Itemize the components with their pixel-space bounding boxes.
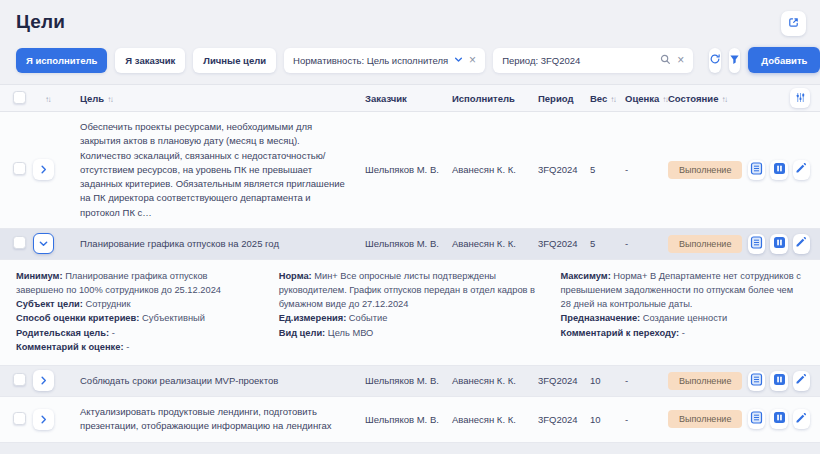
period-cell: 3FQ2024 — [538, 375, 590, 386]
unit-value: Событие — [349, 313, 388, 323]
tab-i-am-customer[interactable]: Я заказчик — [115, 48, 185, 73]
expand-row-button[interactable] — [33, 409, 54, 430]
row-checkbox[interactable] — [13, 162, 26, 175]
column-customer: Заказчик — [365, 93, 452, 104]
pause-icon — [773, 373, 786, 389]
pencil-icon — [795, 373, 807, 388]
normativity-filter[interactable]: Нормативность: Цель исполнителя × — [284, 48, 485, 73]
score-cell: - — [625, 375, 668, 386]
add-button[interactable]: Добавить — [748, 47, 820, 73]
document-list-icon — [750, 162, 763, 178]
score-comment-value: - — [126, 342, 129, 352]
weight-cell: 5 — [590, 164, 625, 175]
edit-button[interactable] — [793, 160, 810, 180]
funnel-icon — [729, 53, 740, 68]
pause-button[interactable] — [770, 234, 787, 254]
tab-personal-goals[interactable]: Личные цели — [193, 48, 276, 73]
status-badge: Выполнение — [668, 161, 742, 179]
pause-icon — [773, 411, 786, 427]
pause-button[interactable] — [770, 160, 787, 180]
report-button[interactable] — [748, 409, 765, 429]
sort-icon: ↑↓ — [662, 95, 667, 104]
status-badge: Выполнение — [668, 372, 742, 390]
column-state[interactable]: Состояние↑↓ — [668, 93, 748, 104]
report-button[interactable] — [748, 160, 765, 180]
report-button[interactable] — [748, 371, 765, 391]
edit-button[interactable] — [793, 409, 810, 429]
period-filter[interactable]: Период: 3FQ2024 × — [493, 48, 693, 73]
column-settings-button[interactable] — [790, 88, 810, 108]
weight-cell: 10 — [590, 375, 625, 386]
refresh-button[interactable] — [709, 48, 721, 73]
executor-cell: Аванесян К. К. — [452, 238, 538, 249]
norm-value: Мин+ Все опросные листы подтверждены рук… — [279, 271, 535, 309]
refresh-icon — [709, 53, 721, 68]
export-button[interactable] — [781, 11, 806, 36]
report-button[interactable] — [748, 234, 765, 254]
executor-cell: Аванесян К. К. — [452, 164, 538, 175]
chevron-right-icon — [39, 412, 48, 427]
table-header: ↑↓ Цель↑↓ Заказчик Исполнитель Период Ве… — [0, 84, 820, 112]
page-title: Цели — [16, 11, 65, 33]
column-goal[interactable]: Цель↑↓ — [62, 93, 365, 104]
period-cell: 3FQ2024 — [538, 414, 590, 425]
sort-icon: ↑↓ — [107, 95, 112, 104]
column-score[interactable]: Оценка↑↓ — [625, 93, 668, 104]
collapse-row-button[interactable] — [33, 233, 54, 254]
clear-period-icon[interactable]: × — [677, 54, 684, 66]
transition-comment-value: - — [682, 328, 685, 338]
details-column-norm: Норма: Мин+ Все опросные листы подтвержд… — [279, 269, 537, 354]
goal-text: Планирование графика отпусков на 2025 го… — [62, 229, 365, 259]
pause-icon — [773, 236, 786, 252]
goal-text: Организовать свою оперативную работу 1-2… — [62, 443, 365, 454]
edit-button[interactable] — [793, 371, 810, 391]
pause-icon — [773, 162, 786, 178]
search-icon[interactable] — [660, 54, 671, 67]
expand-row-button[interactable] — [33, 370, 54, 391]
row-checkbox[interactable] — [13, 236, 26, 249]
column-executor: Исполнитель — [452, 93, 538, 104]
pause-button[interactable] — [770, 409, 787, 429]
sliders-icon — [795, 91, 806, 106]
weight-cell: 5 — [590, 238, 625, 249]
chevron-right-icon — [39, 162, 48, 177]
expanded-goal-details: Минимум: Планирование графика отпусков з… — [0, 260, 820, 366]
chevron-right-icon — [39, 373, 48, 388]
table-row: Планирование графика отпусков на 2025 го… — [0, 229, 820, 260]
top-bar: Цели — [0, 0, 820, 36]
row-checkbox[interactable] — [13, 373, 26, 386]
customer-cell: Шельпяков М. В. — [365, 164, 452, 175]
subject-value: Сотрудник — [85, 299, 130, 309]
row-checkbox[interactable] — [13, 412, 26, 425]
document-list-icon — [750, 236, 763, 252]
filter-button[interactable] — [729, 48, 740, 73]
external-link-icon — [787, 16, 800, 32]
document-list-icon — [750, 411, 763, 427]
chevron-down-icon[interactable] — [454, 55, 463, 66]
pause-button[interactable] — [770, 371, 787, 391]
tab-i-am-executor[interactable]: Я исполнитель — [16, 48, 107, 73]
period-cell: 3FQ2024 — [538, 164, 590, 175]
column-weight[interactable]: Вес↑↓ — [590, 93, 625, 104]
score-cell: - — [625, 414, 668, 425]
goal-text: Соблюдать сроки реализации MVP-проектов — [62, 366, 365, 396]
score-cell: - — [625, 238, 668, 249]
weight-cell: 10 — [590, 414, 625, 425]
sort-icon[interactable]: ↑↓ — [45, 95, 50, 104]
method-value: Субъективный — [142, 313, 205, 323]
expand-row-button[interactable] — [33, 159, 54, 180]
pencil-icon — [795, 412, 807, 427]
customer-cell: Шельпяков М. В. — [365, 414, 452, 425]
toolbar: Я исполнитель Я заказчик Личные цели Нор… — [0, 36, 820, 73]
details-column-max: Максимум: Норма+ В Департаменте нет сотр… — [561, 269, 804, 354]
chevron-down-icon — [39, 236, 48, 251]
executor-cell: Аванесян К. К. — [452, 375, 538, 386]
document-list-icon — [750, 373, 763, 389]
edit-button[interactable] — [793, 234, 810, 254]
details-column-min: Минимум: Планирование графика отпусков з… — [16, 269, 255, 354]
pencil-icon — [795, 236, 807, 251]
clear-filter-icon[interactable]: × — [469, 54, 476, 66]
customer-cell: Шельпяков М. В. — [365, 238, 452, 249]
select-all-checkbox[interactable] — [13, 91, 26, 104]
table-row: Организовать свою оперативную работу 1-2… — [0, 443, 820, 454]
